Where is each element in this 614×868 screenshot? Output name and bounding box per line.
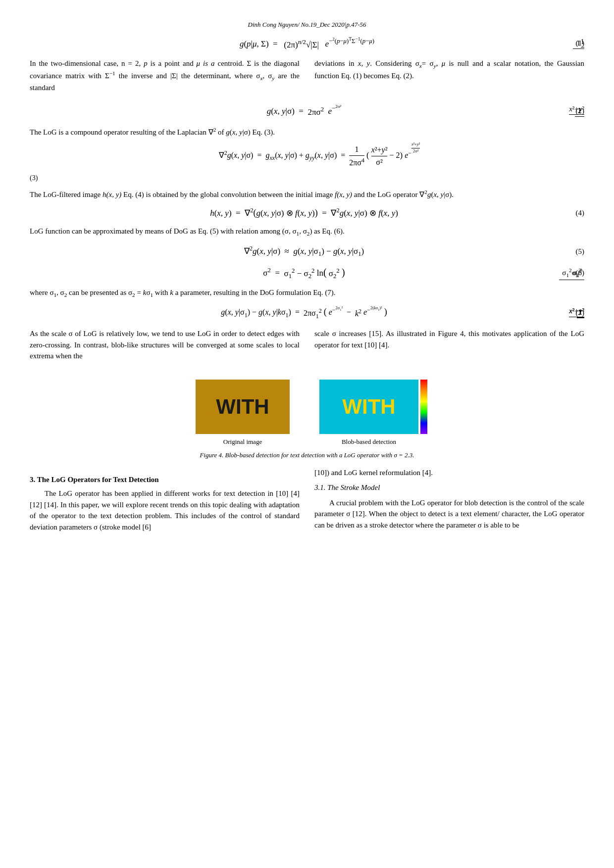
- figure-caption: Figure 4. Blob-based detection for text …: [30, 450, 584, 460]
- two-col-para1: In the two-dimensional case, n = 2, p is…: [30, 58, 584, 96]
- header-text: Dinh Cong Nguyen/ No.19_Dec 2020|p.47-56: [248, 21, 366, 28]
- para-log3-left: As the scale σ of LoG is relatively low,…: [30, 328, 300, 362]
- section3-body-right1: [10]) and LoG kernel reformulation [4].: [314, 467, 584, 479]
- eq2-number: (2): [576, 105, 585, 117]
- para-log2: The LoG-filtered image h(x, y) Eq. (4) i…: [30, 188, 584, 200]
- equation-1: g(p|μ, Σ) = 1 (2π)n/2√|Σ| e−12(p−μ)TΣ−1(…: [30, 36, 584, 51]
- equation-3-block: ∇2g(x, y|σ) = gxx(x, y|σ) + gyy(x, y|σ) …: [30, 142, 584, 169]
- col-left-para2: As the scale σ of LoG is relatively low,…: [30, 328, 300, 365]
- para-log1: The LoG is a compound operator resulting…: [30, 126, 584, 138]
- col-right-para1: deviations in x, y. Considering σx= σy, …: [314, 58, 584, 96]
- blob-image: WITH: [319, 380, 418, 434]
- para1-right-text: deviations in x, y. Considering σx= σy, …: [314, 58, 584, 81]
- eq6-number: (6): [576, 267, 585, 279]
- section3-body1: The LoG operator has been applied in dif…: [30, 488, 300, 532]
- colorbar: [420, 380, 427, 434]
- para-dog: LoG function can be approximated by mean…: [30, 226, 584, 238]
- two-col-para2: As the scale σ of LoG is relatively low,…: [30, 328, 584, 365]
- col-left-para1: In the two-dimensional case, n = 2, p is…: [30, 58, 300, 96]
- section3-right: [10]) and LoG kernel reformulation [4]. …: [314, 467, 584, 536]
- equation-6: σ2 = σ12σ22 σ12 − σ22 ln( σ12 σ22 ) (6): [30, 265, 584, 281]
- eq5-number: (5): [576, 246, 585, 257]
- eq1-number: (1): [576, 38, 585, 49]
- para1-left-text: In the two-dimensional case, n = 2, p is…: [30, 58, 300, 94]
- section3-block: 3. The LoG Operators for Text Detection …: [30, 467, 584, 536]
- section3-left: 3. The LoG Operators for Text Detection …: [30, 467, 300, 536]
- equation-4: h(x, y) = ∇2(g(x, y|σ) ⊗ f(x, y)) = ∇2g(…: [30, 206, 584, 220]
- page-header: Dinh Cong Nguyen/ No.19_Dec 2020|p.47-56: [30, 20, 584, 30]
- equation-3: ∇2g(x, y|σ) = gxx(x, y|σ) + gyy(x, y|σ) …: [54, 142, 584, 169]
- blob-image-wrapper: WITH: [319, 380, 418, 434]
- equation-7: g(x, y|σ1) − g(x, y|kσ1) = 1 2πσ12 ( e−x…: [30, 305, 584, 320]
- figure-4-area: WITH Original image WITH Blob-based dete…: [30, 380, 584, 447]
- original-label: Original image: [223, 437, 262, 447]
- section3-title: 3. The LoG Operators for Text Detection: [30, 474, 300, 485]
- equation-5: ∇2g(x, y|σ) ≈ g(x, y|σ1) − g(x, y|σ1) (5…: [30, 244, 584, 259]
- section3-subtitle: 3.1. The Stroke Model: [314, 482, 584, 493]
- equation-2: g(x, y|σ) = 1 2πσ2 e−x²+y²2σ² (2): [30, 103, 584, 119]
- para-log3-right: scale σ increases [15]. As illustrated i…: [314, 328, 584, 350]
- figure-blob: WITH Blob-based detection: [319, 380, 418, 447]
- eq7-number: (7): [576, 307, 585, 319]
- eq3-number: (3): [30, 173, 584, 183]
- figure-caption-text: Figure 4. Blob-based detection for text …: [200, 451, 414, 459]
- section3-body2: A crucial problem with the LoG operator …: [314, 497, 584, 531]
- eq4-number: (4): [576, 207, 585, 219]
- col-right-para2: scale σ increases [15]. As illustrated i…: [314, 328, 584, 365]
- original-image: WITH: [196, 380, 290, 434]
- figure-original: WITH Original image: [196, 380, 290, 447]
- para-scale: where σ1, σ2 can be presented as σ2 = kσ…: [30, 287, 584, 299]
- blob-label: Blob-based detection: [342, 437, 396, 447]
